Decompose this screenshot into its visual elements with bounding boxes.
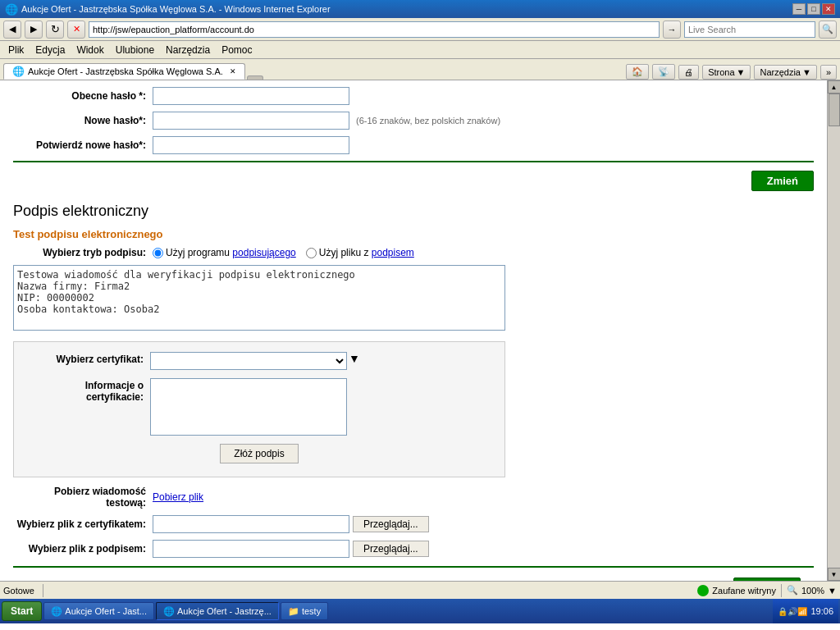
start-button[interactable]: Start: [2, 601, 42, 621]
menu-plik[interactable]: Plik: [3, 43, 29, 57]
status-bar: Gotowe Zaufane witryny 🔍 100% ▼: [0, 581, 840, 599]
scroll-up-button[interactable]: ▲: [828, 80, 841, 94]
close-button[interactable]: ✕: [822, 3, 835, 15]
menu-ulubione[interactable]: Ulubione: [111, 43, 159, 57]
zoom-level: 100%: [801, 586, 824, 596]
stop-button[interactable]: ✕: [67, 21, 85, 39]
home-button[interactable]: 🏠: [626, 64, 649, 80]
nowe-haslo-hint: (6-16 znaków, bez polskich znaków): [356, 116, 500, 126]
plik-cert-input[interactable]: [153, 515, 349, 533]
taskbar-item-2[interactable]: 📁 testy: [281, 602, 328, 620]
plik-cert-row: Wybierz plik z certyfikatem: Przeglądaj.…: [13, 515, 814, 533]
tryb-row: Wybierz tryb podpisu: Użyj programu podp…: [13, 247, 814, 258]
podpisujacego-link[interactable]: podpisującego: [232, 247, 295, 258]
title-bar: 🌐 Aukcje Ofert - Jastrzębska Spółka Węgl…: [0, 0, 840, 18]
zmien-row: Zmień: [13, 169, 814, 191]
informacje-row: Informacje o certyfikacie:: [27, 378, 491, 436]
back-button[interactable]: ◀: [3, 21, 21, 39]
potwierdz-haslo-input[interactable]: [153, 136, 349, 154]
nowe-haslo-row: Nowe hasło*: (6-16 znaków, bez polskich …: [13, 112, 814, 130]
cert-info-box: [150, 378, 347, 436]
pobierz-link[interactable]: Pobierz plik: [153, 491, 203, 503]
przegladaj-podpis-button[interactable]: Przeglądaj...: [353, 541, 429, 557]
refresh-button[interactable]: ↻: [46, 21, 64, 39]
certyfikat-row: Wybierz certyfikat: ▼: [27, 352, 491, 370]
toolbar-right: 🏠 📡 🖨 Strona▼ Narzędzia▼ »: [626, 64, 837, 80]
nowe-haslo-input[interactable]: [153, 112, 349, 130]
system-icons: 🔒🔊📶: [778, 607, 807, 616]
scroll-down-button[interactable]: ▼: [828, 568, 841, 581]
obecne-haslo-input[interactable]: [153, 87, 349, 105]
strona-button[interactable]: Strona▼: [702, 65, 751, 80]
tabs-bar: 🌐 Aukcje Ofert - Jastrzębska Spółka Węgl…: [0, 59, 840, 80]
plik-podpis-row: Wybierz plik z podpisem: Przeglądaj...: [13, 540, 814, 558]
certyfikat-select[interactable]: [150, 352, 347, 370]
divider-1: [13, 161, 814, 162]
podpisem-link[interactable]: podpisem: [372, 247, 414, 258]
minimize-button[interactable]: ─: [792, 3, 806, 15]
taskbar-item-1[interactable]: 🌐 Aukcje Ofert - Jastrzę...: [156, 602, 279, 620]
tab-main-label: Aukcje Ofert - Jastrzębska Spółka Węglow…: [28, 66, 223, 76]
plik-cert-label: Wybierz plik z certyfikatem:: [13, 518, 153, 530]
przegladaj-cert-button[interactable]: Przeglądaj...: [353, 516, 429, 532]
menu-widok[interactable]: Widok: [71, 43, 108, 57]
zloz-row: Złóż podpis: [27, 444, 491, 463]
taskbar-item-0-icon: 🌐: [51, 606, 62, 617]
tryb-label: Wybierz tryb podpisu:: [13, 247, 153, 258]
cert-section: Wybierz certyfikat: ▼ Informacje o certy…: [13, 341, 505, 477]
security-icon: [697, 585, 709, 596]
certyfikat-label: Wybierz certyfikat:: [27, 352, 150, 365]
taskbar-item-0-label: Aukcje Ofert - Jast...: [65, 606, 147, 616]
zloz-button[interactable]: Złóż podpis: [220, 444, 298, 463]
tab-new[interactable]: [247, 75, 263, 80]
title-bar-left: 🌐 Aukcje Ofert - Jastrzębska Spółka Węgl…: [5, 3, 331, 16]
gotowe-status: Gotowe: [3, 586, 34, 596]
nowe-haslo-label: Nowe hasło*:: [13, 115, 153, 126]
taskbar-item-1-label: Aukcje Ofert - Jastrzę...: [177, 606, 272, 616]
divider-2: [13, 566, 814, 568]
informacje-label: Informacje o certyfikacie:: [27, 378, 150, 403]
print-button[interactable]: 🖨: [678, 65, 699, 80]
plik-podpis-input[interactable]: [153, 540, 349, 558]
menu-narzedzia[interactable]: Narzędzia: [161, 43, 215, 57]
scroll-track[interactable]: [828, 94, 841, 568]
tab-main[interactable]: 🌐 Aukcje Ofert - Jastrzębska Spółka Węgl…: [3, 63, 245, 80]
scrollbar: ▲ ▼: [827, 80, 840, 581]
search-input[interactable]: [684, 21, 815, 38]
forward-button[interactable]: ▶: [25, 21, 43, 39]
search-go-button[interactable]: 🔍: [819, 21, 837, 39]
download-section: Pobierz wiadomość testową: Pobierz plik …: [13, 486, 814, 558]
radio-program-label: Użyj programu podpisującego: [166, 247, 296, 258]
status-divider: [43, 584, 43, 597]
menu-pomoc[interactable]: Pomoc: [217, 43, 257, 57]
zmien-button[interactable]: Zmień: [751, 171, 814, 191]
feeds-button[interactable]: 📡: [652, 64, 675, 80]
potwierdz-haslo-label: Potwierdź nowe hasło*:: [13, 139, 153, 151]
window-title: Aukcje Ofert - Jastrzębska Spółka Węglow…: [21, 4, 331, 14]
address-bar: ◀ ▶ ↻ ✕ → 🔍: [0, 18, 840, 41]
taskbar-items: 🌐 Aukcje Ofert - Jast... 🌐 Aukcje Ofert …: [43, 602, 328, 620]
url-input[interactable]: [89, 21, 660, 38]
tab-close-icon[interactable]: ✕: [230, 67, 236, 75]
taskbar-item-0[interactable]: 🌐 Aukcje Ofert - Jast...: [43, 602, 154, 620]
radio-plik[interactable]: Użyj pliku z podpisem: [306, 247, 414, 258]
testuj-row: Testuj: [13, 574, 814, 581]
section-title: Podpis elektroniczny: [13, 203, 814, 220]
scroll-thumb[interactable]: [829, 94, 840, 126]
radio-group: Użyj programu podpisującego Użyj pliku z…: [153, 247, 414, 258]
pobierz-label: Pobierz wiadomość testową:: [13, 486, 153, 509]
go-button[interactable]: →: [663, 21, 681, 39]
zoom-dropdown-icon[interactable]: ▼: [828, 586, 837, 596]
status-right: Zaufane witryny 🔍 100% ▼: [697, 584, 837, 597]
taskbar: Start 🌐 Aukcje Ofert - Jast... 🌐 Aukcje …: [0, 599, 840, 623]
radio-program[interactable]: Użyj programu podpisującego: [153, 247, 296, 258]
taskbar-right: 🔒🔊📶 19:06: [773, 599, 838, 623]
taskbar-item-1-icon: 🌐: [163, 606, 175, 617]
narzedzia-button[interactable]: Narzędzia▼: [754, 65, 816, 80]
more-button[interactable]: »: [820, 65, 837, 80]
menu-bar: Plik Edycja Widok Ulubione Narzędzia Pom…: [0, 41, 840, 59]
maximize-button[interactable]: □: [807, 3, 820, 15]
testuj-button[interactable]: Testuj: [733, 578, 801, 581]
content-area: Obecne hasło *: Nowe hasło*: (6-16 znakó…: [0, 80, 827, 581]
menu-edycja[interactable]: Edycja: [30, 43, 70, 57]
